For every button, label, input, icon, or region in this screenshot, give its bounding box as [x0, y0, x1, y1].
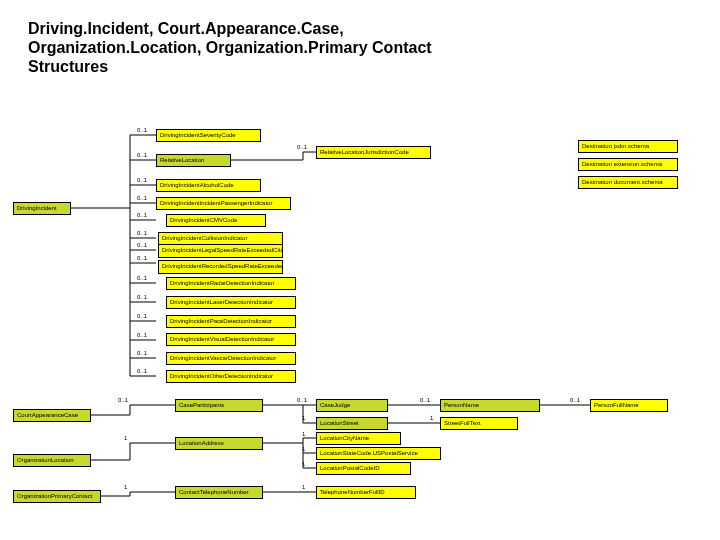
card: 0..1 — [137, 332, 147, 338]
node-location-state-code: LocationStateCode.USPostalService — [316, 447, 441, 460]
card: 1 — [430, 415, 433, 421]
card: 0..1 — [137, 255, 147, 261]
node-relative-location-jurisdiction-code: RelativeLocationJurisdictionCode — [316, 146, 431, 159]
node-case-judge: CaseJudge — [316, 399, 388, 412]
card: 0..1 — [137, 350, 147, 356]
node-court-appearance-case: CourtAppearanceCase — [13, 409, 91, 422]
node-severity-code: DrivingIncidentSeverityCode — [156, 129, 261, 142]
node-alcohol-code: DrivingIncidentAlcoholCode — [156, 179, 261, 192]
node-passenger-indicator: DrivingIncidentIncidentPassengerIndicato… — [156, 197, 291, 210]
card: 0..1 — [297, 144, 307, 150]
node-destination-document: Destination document.schema — [578, 176, 678, 189]
card: 0..1 — [137, 177, 147, 183]
card: 0..1 — [137, 368, 147, 374]
card: 0..1 — [137, 212, 147, 218]
node-other-indicator: DrivingIncidentOtherDetectionIndicator — [166, 370, 296, 383]
node-driving-incident: DrivingIncident — [13, 202, 71, 215]
node-vascar-indicator: DrivingIncidentVascarDetectionIndicator — [166, 352, 296, 365]
node-organization-location: OrganizationLocation — [13, 454, 91, 467]
node-telephone-full: TelephoneNumberFullID — [316, 486, 416, 499]
node-location-postal-code: LocationPostalCodeID — [316, 462, 411, 475]
card: 0..1 — [297, 397, 307, 403]
card: 1 — [302, 415, 305, 421]
card: 1 — [302, 461, 305, 467]
card: 0..1 — [137, 275, 147, 281]
card: 0..1 — [570, 397, 580, 403]
node-collision-indicator: DrivingIncidentCollisionIndicator — [158, 232, 283, 245]
node-person-full-name: PersonFullName — [590, 399, 668, 412]
node-laser-indicator: DrivingIncidentLaserDetectionIndicator — [166, 296, 296, 309]
node-case-participants: CaseParticipants — [175, 399, 263, 412]
card: 1 — [124, 484, 127, 490]
node-radar-indicator: DrivingIncidentRadarDetectionIndicator — [166, 277, 296, 290]
card: 1 — [124, 435, 127, 441]
node-person-name: PersonName — [440, 399, 540, 412]
node-organization-primary-contact: OrganizationPrimaryContact — [13, 490, 101, 503]
card: 0..1 — [137, 242, 147, 248]
node-visual-indicator: DrivingIncidentVisualDetectionIndicator — [166, 333, 296, 346]
card: 0..1 — [137, 294, 147, 300]
node-destination-extension: Destination extension.schema — [578, 158, 678, 171]
node-location-city-name: LocationCityName — [316, 432, 401, 445]
card: 0..1 — [137, 127, 147, 133]
card: 1 — [302, 484, 305, 490]
card: 0..1 — [137, 195, 147, 201]
node-legal-speed: DrivingIncidentLegalSpeedRateExceededCit… — [158, 244, 283, 258]
node-cmv-code: DrivingIncidentCMVCode — [166, 214, 266, 227]
node-recorded-speed: DrivingIncidentRecordedSpeedRateExceeded… — [158, 260, 283, 274]
card: 0..1 — [420, 397, 430, 403]
card: 1 — [302, 431, 305, 437]
card: 1 — [302, 446, 305, 452]
node-relative-location: RelativeLocation — [156, 154, 231, 167]
card: 0..1 — [137, 152, 147, 158]
node-destination-jxdm: Destination jxdm.schema — [578, 140, 678, 153]
card: 0..1 — [137, 313, 147, 319]
card: 0..1 — [118, 397, 128, 403]
card: 0..1 — [137, 230, 147, 236]
node-pace-indicator: DrivingIncidentPaceDetectionIndicator — [166, 315, 296, 328]
node-location-address: LocationAddress — [175, 437, 263, 450]
node-street-full-text: StreetFullText — [440, 417, 518, 430]
node-location-street: LocationStreet — [316, 417, 388, 430]
node-contact-telephone: ContactTelephoneNumber — [175, 486, 263, 499]
